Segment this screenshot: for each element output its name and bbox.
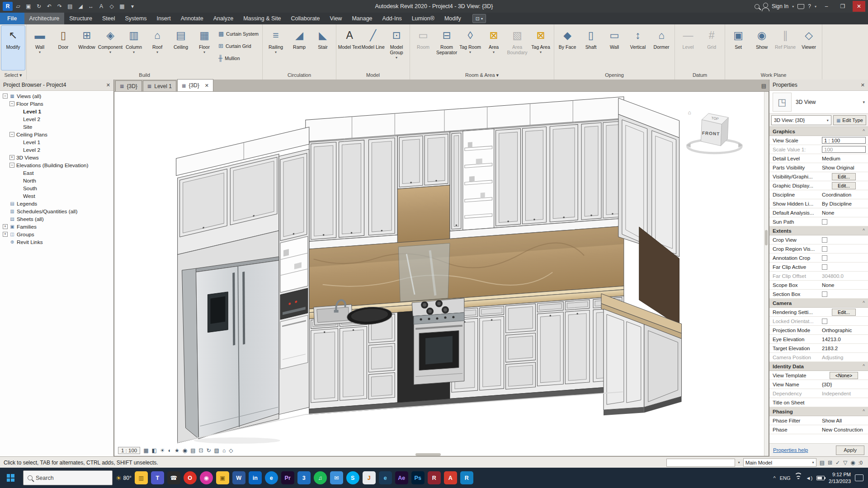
panel-label-opening[interactable]: Opening	[554, 71, 675, 80]
tree-item-elevations-building-elevation-[interactable]: −Elevations (Building Elevation)	[0, 161, 113, 169]
taskbar-app-folder[interactable]: ▣	[216, 471, 229, 484]
view-control-icon-8[interactable]: ⊡	[198, 447, 203, 454]
status-icon-5[interactable]: ◉	[850, 460, 855, 466]
curtain-grid-button[interactable]: ⊞Curtain Grid	[216, 40, 261, 52]
tree-item-level-2[interactable]: Level 2	[0, 115, 113, 123]
prop-value[interactable]: None	[822, 282, 835, 288]
room-separator-button[interactable]: ⊟Room Separator	[435, 26, 458, 70]
taskbar-app-photoshop[interactable]: Ps	[411, 471, 425, 484]
tab-analyze[interactable]: Analyze	[208, 13, 238, 24]
clock[interactable]: 9:12 PM 2/13/2023	[829, 471, 851, 484]
view-tab--3d-[interactable]: ▦{3D}	[115, 80, 142, 91]
save-icon[interactable]: ▣	[24, 2, 33, 11]
view-control-icon-6[interactable]: ◉	[183, 447, 187, 454]
taskbar-app-edge[interactable]: e	[265, 471, 278, 484]
grid-button[interactable]: #Grid	[700, 26, 723, 70]
taskbar-app-autodesk[interactable]: A	[444, 471, 457, 484]
tree-item-sheets-all-[interactable]: ▤Sheets (all)	[0, 215, 113, 223]
window-button[interactable]: ⊞Window	[75, 26, 99, 70]
sync-icon[interactable]: ↻	[34, 2, 44, 11]
prop-value[interactable]: 14213.0	[822, 337, 841, 342]
taskbar-app-revit-app[interactable]: R	[460, 471, 473, 484]
taskbar-weather[interactable]: ☀ 80°	[116, 474, 132, 482]
prop-value[interactable]: 304800.0	[822, 273, 844, 279]
view-tab-close-icon[interactable]: ✕	[205, 83, 209, 89]
prop-value[interactable]: By Discipline	[822, 201, 852, 206]
tree-expander-icon[interactable]: +	[9, 155, 14, 160]
prop-button[interactable]: Edit...	[832, 182, 856, 189]
taskbar-app-java[interactable]: J	[363, 471, 376, 484]
show-button[interactable]: ◉Show	[750, 26, 774, 70]
view-tab--3d-[interactable]: ▦{3D}✕	[177, 79, 213, 91]
floor-button[interactable]: ▦Floor▾	[193, 26, 216, 70]
app-store-icon[interactable]	[797, 4, 804, 9]
tree-item-groups[interactable]: +◫Groups	[0, 230, 113, 238]
worksets-field[interactable]	[666, 459, 735, 467]
panel-label-room-area[interactable]: Room & Area ▾	[410, 71, 554, 80]
prop-value[interactable]: New Construction	[822, 427, 863, 432]
model-group-button[interactable]: ⊡Model Group▾	[385, 26, 408, 70]
model-text-button[interactable]: AModel Text	[338, 26, 361, 70]
tree-expander-icon[interactable]: −	[9, 132, 14, 137]
section-header-graphics[interactable]: Graphics^	[769, 127, 868, 136]
taskbar-app-premiere[interactable]: Pr	[281, 471, 294, 484]
component-button[interactable]: ◈Component▾	[99, 26, 122, 70]
tree-item-3d-views[interactable]: +3D Views	[0, 154, 113, 161]
ref-plane-button[interactable]: ∥Ref Plane	[774, 26, 797, 70]
status-icon-1[interactable]: ▤	[820, 460, 825, 466]
prop-button[interactable]: Edit...	[832, 173, 856, 180]
prop-value[interactable]: Coordination	[822, 192, 851, 197]
taskbar-search-input[interactable]: Search	[23, 470, 113, 485]
apply-button[interactable]: Apply	[836, 446, 864, 455]
tree-expander-icon[interactable]: +	[3, 232, 8, 237]
measure-icon[interactable]: ◢	[75, 2, 85, 11]
gas-range[interactable]	[412, 298, 464, 385]
tree-expander-icon[interactable]: +	[3, 224, 8, 229]
tree-item-floor-plans[interactable]: −Floor Plans	[0, 100, 113, 108]
view-control-icon-11[interactable]: ⌂	[222, 447, 226, 454]
taskbar-app-instagram[interactable]: ◉	[200, 471, 213, 484]
tab-architecture[interactable]: Architecture	[24, 13, 65, 24]
taskbar-app-word-viewer[interactable]: 3	[297, 471, 311, 484]
section-header-phasing[interactable]: Phasing^	[769, 407, 868, 416]
start-button[interactable]	[1, 468, 20, 488]
tab-systems[interactable]: Systems	[120, 13, 151, 24]
ceiling-button[interactable]: ▤Ceiling	[169, 26, 193, 70]
action-center-icon[interactable]	[855, 474, 863, 481]
open-icon[interactable]: ▱	[13, 2, 23, 11]
minimize-button[interactable]: –	[820, 1, 833, 12]
type-selector[interactable]: 3D View: {3D}▾	[771, 115, 831, 125]
prop-value[interactable]: {3D}	[822, 382, 832, 387]
curtain-system-button[interactable]: ▩Curtain System	[216, 28, 261, 40]
tree-expander-icon[interactable]: −	[9, 163, 14, 168]
by-face-button[interactable]: ◆By Face	[556, 26, 579, 70]
level-button[interactable]: —Level	[676, 26, 700, 70]
taskbar-app-mail[interactable]: ✉	[330, 471, 343, 484]
tab-structure[interactable]: Structure	[64, 13, 97, 24]
tab-massing-site[interactable]: Massing & Site	[238, 13, 286, 24]
checkbox[interactable]	[822, 246, 827, 252]
model-line-button[interactable]: ╱Model Line	[361, 26, 385, 70]
tree-item-revit-links[interactable]: ⊕Revit Links	[0, 238, 113, 246]
vertical-button[interactable]: ↕Vertical	[626, 26, 650, 70]
view-control-icon-12[interactable]: ◇	[229, 447, 233, 454]
view-control-icon-5[interactable]: ★	[175, 447, 179, 454]
taskbar-app-teams[interactable]: T	[151, 471, 164, 484]
tab-file[interactable]: File	[0, 13, 24, 24]
view-control-icon-3[interactable]: ☀	[160, 447, 165, 454]
view-control-icon-7[interactable]: ▤	[190, 447, 195, 454]
tag-area-button[interactable]: ⊠Tag Area▾	[529, 26, 552, 70]
type-card-caret-icon[interactable]: ▾	[863, 100, 865, 104]
view-scale-control[interactable]: 1 : 100	[118, 447, 140, 454]
taskbar-app-r-app[interactable]: R	[428, 471, 441, 484]
customize-qat-icon[interactable]: ▾	[127, 2, 137, 11]
help-icon[interactable]: ?	[808, 3, 811, 9]
view-control-icon-10[interactable]: ▧	[214, 447, 219, 454]
tree-item-north[interactable]: North	[0, 177, 113, 184]
tab-insert[interactable]: Insert	[151, 13, 175, 24]
3d-view-icon[interactable]: ◇	[107, 2, 117, 11]
prop-value[interactable]: Show Original	[822, 165, 854, 170]
checkbox[interactable]	[822, 219, 827, 225]
taskbar-app-skype[interactable]: S	[346, 471, 359, 484]
tree-item-west[interactable]: West	[0, 192, 113, 200]
